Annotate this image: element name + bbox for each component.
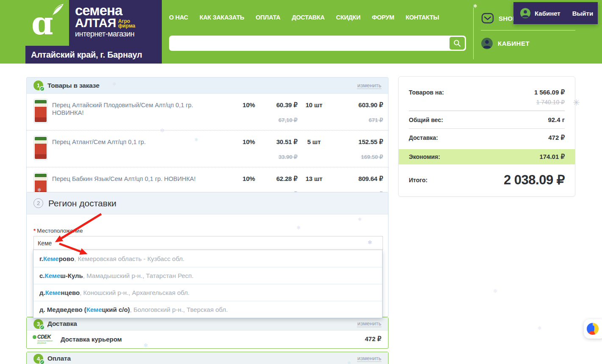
menu-item-cabinet[interactable]: Кабинет: [535, 10, 560, 17]
site-header: ɑ семена АЛТАЯ Агро фирма интернет-магаз…: [0, 0, 602, 64]
payment-header: 4 ✓ Оплата изменить: [27, 352, 388, 364]
header-hdivider: [481, 30, 575, 31]
cabinet-label: КАБИНЕТ: [498, 40, 530, 47]
total-current: 152.55 ₽: [330, 136, 383, 146]
cdek-logo: CDEK логистические решения: [33, 334, 55, 344]
nav-item-discounts[interactable]: СКИДКИ: [336, 14, 361, 21]
avatar-icon: [520, 8, 530, 18]
summary-total-row: Итого: 2 038.09 ₽: [409, 172, 565, 188]
discount-value: 10%: [230, 99, 255, 108]
delivery-title: Доставка: [47, 320, 357, 328]
total-current: 809.64 ₽: [330, 172, 383, 183]
location-input[interactable]: [33, 236, 383, 250]
total-old: 671 ₽: [330, 114, 383, 123]
brand-line1: семена: [75, 4, 162, 17]
price-current: 60.39 ₽: [255, 99, 297, 109]
order-row: Перец Алтайский Плодовитый/Сем Алт/цп 0,…: [27, 94, 388, 130]
chat-widget-icon: [587, 323, 599, 335]
edit-order-link[interactable]: изменить: [357, 82, 381, 89]
region-header: 2 Регион доставки: [27, 192, 388, 214]
brand-agro: Агро фирма: [118, 19, 135, 29]
suggestion-kemerovo[interactable]: г. Кемерово, Кемеровская область - Кузба…: [33, 250, 382, 267]
main-nav: О НАС КАК ЗАКАЗАТЬ ОПЛАТА ДОСТАВКА СКИДК…: [169, 14, 439, 21]
product-thumbnail[interactable]: [33, 99, 48, 123]
snowflake-decoration: ✻: [538, 325, 541, 331]
checkout-page: ɑ семена АЛТАЯ Агро фирма интернет-магаз…: [0, 0, 602, 364]
required-mark: *: [33, 228, 36, 234]
discount-value: 10%: [230, 172, 255, 182]
total-cell: 603.90 ₽ 671 ₽: [330, 99, 383, 123]
product-thumbnail[interactable]: [33, 136, 48, 160]
logo-mark-icon: ɑ: [25, 0, 69, 46]
search-button[interactable]: [449, 37, 465, 50]
brand-subtitle: интернет-магазин: [75, 29, 162, 39]
leaf-icon: [49, 3, 64, 18]
search-icon: [453, 39, 461, 47]
region-strip: Алтайский край, г. Барнаул: [25, 46, 162, 64]
summary-row-items: Товаров на: 1 566.09 ₽: [409, 83, 565, 98]
cdek-dot-icon: [33, 335, 36, 339]
summary-old-value: 1 740.10 ₽: [409, 98, 565, 111]
envelope-icon: [481, 12, 494, 25]
cdek-tagline: логистические решения: [37, 340, 54, 344]
quantity-value: 5 шт: [297, 136, 330, 145]
delivery-method-label: Доставка курьером: [61, 336, 365, 343]
check-icon: ✓: [39, 325, 45, 330]
nav-item-delivery[interactable]: ДОСТАВКА: [292, 14, 325, 21]
payment-title: Оплата: [47, 355, 357, 362]
price-current: 62.28 ₽: [255, 172, 297, 183]
nav-item-forum[interactable]: ФОРУМ: [372, 14, 394, 21]
location-label: *Местоположение: [33, 228, 83, 234]
chat-widget-button[interactable]: [584, 319, 602, 339]
product-name[interactable]: Перец Алтайский Плодовитый/Сем Алт/цп 0,…: [52, 99, 230, 117]
brand-line2: АЛТАЯ: [75, 17, 116, 29]
step-2-badge: 2: [33, 198, 43, 208]
summary-row-savings: Экономия: 174.01 ₽: [399, 149, 575, 164]
total-label: Итого:: [409, 177, 427, 183]
region-title: Регион доставки: [48, 198, 117, 208]
quantity-value: 10 шт: [297, 99, 330, 108]
total-current: 603.90 ₽: [330, 99, 383, 109]
cdek-wordmark: CDEK: [37, 334, 51, 340]
quantity-value: 13 шт: [297, 172, 330, 182]
total-value: 2 038.09 ₽: [504, 172, 565, 188]
product-name[interactable]: Перец Бабкин Язык/Сем Алт/цп 0,1 гр. НОВ…: [52, 172, 230, 183]
search-bar: [169, 36, 466, 51]
cabinet-link[interactable]: КАБИНЕТ: [481, 38, 530, 49]
discount-value: 10%: [230, 136, 255, 145]
step-3-badge: 3 ✓: [33, 319, 43, 329]
price-old: 33.90 ₽: [255, 151, 297, 160]
suggestion-kementsevo[interactable]: д. Кеменцево, Коношский р-н., Архангельс…: [33, 284, 382, 301]
price-current: 30.51 ₽: [255, 136, 297, 146]
product-name[interactable]: Перец Атлант/Сем Алт/цп 0,1 гр.: [52, 136, 230, 146]
delivery-card: 3 ✓ Доставка изменить CDEK логистические…: [26, 317, 388, 349]
header-divider: [473, 8, 474, 59]
price-cell: 60.39 ₽ 67,10 ₽: [255, 99, 297, 123]
summary-row-weight: Общий вес: 92.4 г: [409, 111, 565, 128]
order-items-header: 1 ✓ Товары в заказе изменить: [27, 78, 388, 94]
edit-payment-link[interactable]: изменить: [357, 355, 381, 362]
total-old: 169.50 ₽: [330, 151, 383, 160]
snowflake-decoration: ✻: [493, 288, 497, 294]
order-summary-card: Товаров на: 1 566.09 ₽ 1 740.10 ₽ Общий …: [398, 76, 575, 197]
nav-item-how-to-order[interactable]: КАК ЗАКАЗАТЬ: [200, 14, 244, 21]
order-row: Перец Атлант/Сем Алт/цп 0,1 гр. 10% 30.5…: [27, 130, 388, 167]
search-input[interactable]: [173, 36, 444, 50]
delivery-header: 3 ✓ Доставка изменить: [27, 317, 388, 331]
check-icon: ✓: [39, 359, 45, 364]
suggestion-kemesh-kul[interactable]: с. Кемеш-Куль, Мамадышский р-н., Татарст…: [33, 267, 382, 284]
delivery-price: 472 ₽: [365, 335, 381, 343]
nav-item-about[interactable]: О НАС: [169, 14, 188, 21]
payment-card: 4 ✓ Оплата изменить: [26, 352, 388, 364]
delivery-method-row: CDEK логистические решения Доставка курь…: [27, 331, 388, 348]
site-logo[interactable]: ɑ семена АЛТАЯ Агро фирма интернет-магаз…: [25, 0, 162, 64]
step-4-badge: 4 ✓: [33, 354, 43, 364]
nav-item-payment[interactable]: ОПЛАТА: [255, 14, 280, 21]
suggestion-medvedevo[interactable]: д. Медведево (Кемецкий с/о), Бологовский…: [33, 301, 382, 318]
edit-delivery-link[interactable]: изменить: [357, 320, 381, 327]
nav-item-contacts[interactable]: КОНТАКТЫ: [406, 14, 439, 21]
logo-text-block: семена АЛТАЯ Агро фирма интернет-магазин: [69, 0, 162, 46]
order-items-title: Товары в заказе: [47, 82, 357, 89]
menu-item-logout[interactable]: Выйти: [572, 10, 593, 17]
user-avatar-icon: [481, 38, 493, 49]
